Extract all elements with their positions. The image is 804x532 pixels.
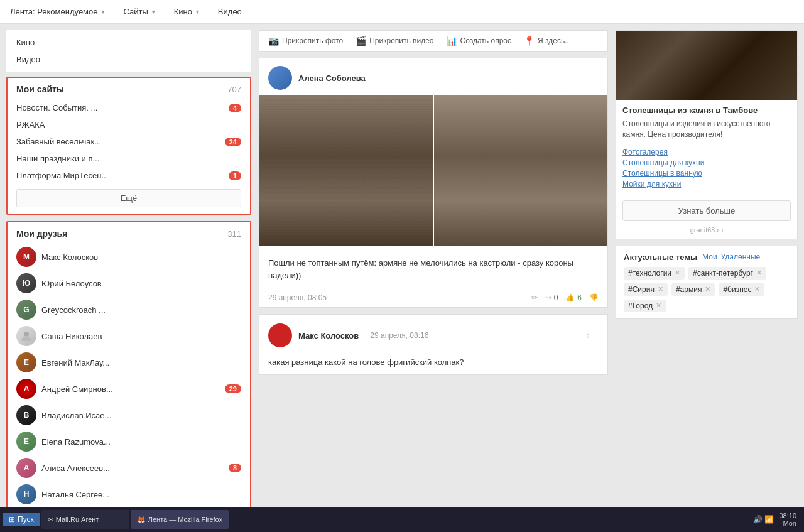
post-2-author[interactable]: Макс Колосков — [298, 331, 359, 340]
ad-link-3[interactable]: Мойки для кухни — [622, 180, 791, 188]
topics-header-links: Мои Удаленные — [702, 252, 760, 261]
ad-domain: granit68.ru — [616, 226, 797, 239]
left-sidebar: Кино Видео Мои сайты 707 Новости. Событи… — [6, 30, 251, 515]
post-2-expand-icon[interactable]: › — [578, 322, 599, 349]
post-1-image-right — [434, 95, 607, 246]
friend-name-8: Алиса Алексеев... — [41, 464, 110, 473]
topic-tag-5[interactable]: #Город ✕ — [624, 300, 666, 312]
nav-sites[interactable]: Сайты ▼ — [121, 2, 158, 21]
attach-video-label: Прикрепить видео — [369, 36, 433, 45]
friend-name-3: Саша Николаев — [41, 332, 102, 341]
nav-feed[interactable]: Лента: Рекомендуемое ▼ — [8, 2, 108, 21]
im-here-button[interactable]: 📍 Я здесь... — [524, 36, 571, 46]
topic-tag-1[interactable]: #санкт-петербург ✕ — [688, 267, 766, 280]
friend-item-0[interactable]: М Макс Колосков — [8, 244, 250, 270]
post-2-avatar — [268, 323, 292, 347]
friend-badge-8: 8 — [229, 464, 241, 472]
topics-box: Актуальные темы Мои Удаленные #технологи… — [616, 246, 798, 319]
topic-remove-2[interactable]: ✕ — [658, 285, 663, 293]
topics-my-link[interactable]: Мои — [702, 252, 717, 261]
post-1-footer: 29 апреля, 08:05 ✏ ↪ 0 👍 6 👎 — [259, 288, 607, 307]
post-1-actions: ✏ ↪ 0 👍 6 👎 — [531, 293, 599, 302]
friend-item-7[interactable]: E Elena Razumova... — [8, 428, 250, 455]
nav-feed-chevron: ▼ — [100, 9, 106, 15]
friend-item-4[interactable]: Е Евгений МакЛау... — [8, 349, 250, 376]
svg-point-0 — [24, 332, 29, 337]
avatar-sasha — [16, 326, 36, 346]
post-card-1: Алена Соболева Пошли не топтанным путём:… — [259, 58, 608, 308]
sites-more-button[interactable]: Ещё — [16, 189, 241, 207]
sidebar-link-video[interactable]: Видео — [6, 51, 251, 68]
post-1-author[interactable]: Алена Соболева — [298, 73, 366, 83]
avatar-vlad: В — [16, 405, 36, 425]
dislike-icon: 👎 — [589, 293, 599, 302]
ad-link-0[interactable]: Фотогалерея — [622, 148, 791, 156]
topic-tag-2[interactable]: #Сирия ✕ — [624, 283, 668, 296]
create-poll-button[interactable]: 📊 Создать опрос — [447, 36, 511, 46]
site-item-4-badge: 1 — [229, 171, 241, 180]
topic-remove-4[interactable]: ✕ — [754, 285, 760, 293]
site-item-2[interactable]: Забавный весельчак... 24 — [8, 133, 250, 150]
avatar-alisa: А — [16, 458, 36, 478]
topics-header: Актуальные темы Мои Удаленные — [624, 252, 790, 262]
sidebar-top-links: Кино Видео — [6, 30, 251, 72]
nav-kino[interactable]: Кино ▼ — [171, 2, 203, 21]
friend-item-9[interactable]: Н Наталья Сергее... — [8, 481, 250, 508]
avatar-natalya: Н — [16, 484, 36, 504]
topic-remove-3[interactable]: ✕ — [705, 285, 710, 293]
location-icon: 📍 — [524, 36, 535, 46]
friend-item-6[interactable]: В Владислав Исае... — [8, 402, 250, 428]
topic-remove-1[interactable]: ✕ — [756, 269, 762, 277]
topic-remove-5[interactable]: ✕ — [656, 301, 661, 310]
my-friends-count: 311 — [227, 229, 241, 239]
ad-description: Столешницы и изделия из искусственного к… — [616, 119, 797, 145]
site-item-0-badge: 4 — [229, 104, 241, 112]
topics-title: Актуальные темы — [624, 252, 697, 262]
friend-item-2[interactable]: G Greycockroach ... — [8, 296, 250, 323]
friend-name-0: Макс Колосков — [41, 252, 98, 262]
attach-photo-button[interactable]: 📷 Прикрепить фото — [268, 36, 343, 46]
like-action[interactable]: 👍 6 — [565, 293, 582, 302]
site-item-3[interactable]: Наши праздники и п... — [8, 150, 250, 167]
my-sites-count: 707 — [227, 85, 241, 94]
site-item-4[interactable]: Платформа МирТесен... 1 — [8, 167, 250, 184]
site-item-0[interactable]: Новости. События. ... 4 — [8, 99, 250, 116]
site-item-2-label: Забавный весельчак... — [16, 137, 101, 146]
nav-video[interactable]: Видео — [215, 2, 244, 21]
topic-tag-3[interactable]: #армия ✕ — [671, 283, 715, 296]
friend-item-5[interactable]: А Андрей Смирнов... 29 — [8, 376, 250, 402]
taskbar-window-2[interactable]: 🦊 Лента — Mozilla Firefox — [131, 510, 229, 515]
friend-item-8[interactable]: А Алиса Алексеев... 8 — [8, 455, 250, 481]
create-poll-label: Создать опрос — [460, 36, 511, 45]
avatar-andrey: А — [16, 379, 36, 399]
start-button[interactable]: ⊞ Пуск — [3, 513, 40, 515]
post-2-text: какая разница какой на голове фригийский… — [259, 354, 607, 374]
topics-removed-link[interactable]: Удаленные — [721, 252, 761, 261]
topic-tag-4[interactable]: #бизнес ✕ — [719, 283, 764, 296]
topic-remove-0[interactable]: ✕ — [675, 269, 680, 277]
ad-learn-more-button[interactable]: Узнать больше — [622, 200, 791, 221]
site-item-0-left: Новости. События. ... — [16, 103, 97, 112]
friend-item-1[interactable]: Ю Юрий Белоусов — [8, 270, 250, 296]
edit-action[interactable]: ✏ — [531, 293, 538, 302]
taskbar: ⊞ Пуск ✉ Mail.Ru Агент 🦊 Лента — Mozilla… — [0, 507, 804, 515]
share-action[interactable]: ↪ 0 — [545, 293, 558, 302]
friend-name-1: Юрий Белоусов — [41, 279, 102, 288]
top-navigation: Лента: Рекомендуемое ▼ Сайты ▼ Кино ▼ Ви… — [0, 0, 804, 24]
ad-link-1[interactable]: Столешницы для кухни — [622, 158, 791, 167]
poll-icon: 📊 — [447, 36, 457, 46]
taskbar-time-label: 08:10 — [779, 512, 796, 515]
topic-tag-0[interactable]: #технологии ✕ — [624, 267, 685, 280]
friend-name-7: Elena Razumova... — [41, 437, 111, 447]
taskbar-window-1[interactable]: ✉ Mail.Ru Агент — [41, 510, 129, 515]
dislike-action[interactable]: 👎 — [589, 293, 599, 302]
post-1-image-left — [259, 95, 433, 246]
site-item-1[interactable]: РЖАКА — [8, 116, 250, 133]
attach-video-button[interactable]: 🎬 Прикрепить видео — [356, 36, 433, 46]
friend-item-3[interactable]: Саша Николаев — [8, 323, 250, 349]
my-friends-title: Мои друзья — [16, 229, 67, 239]
avatar-maks: М — [16, 247, 36, 267]
taskbar-time: 08:10 Mon — [779, 512, 796, 515]
sidebar-link-kino[interactable]: Кино — [6, 34, 251, 51]
ad-link-2[interactable]: Столешницы в ванную — [622, 169, 791, 178]
